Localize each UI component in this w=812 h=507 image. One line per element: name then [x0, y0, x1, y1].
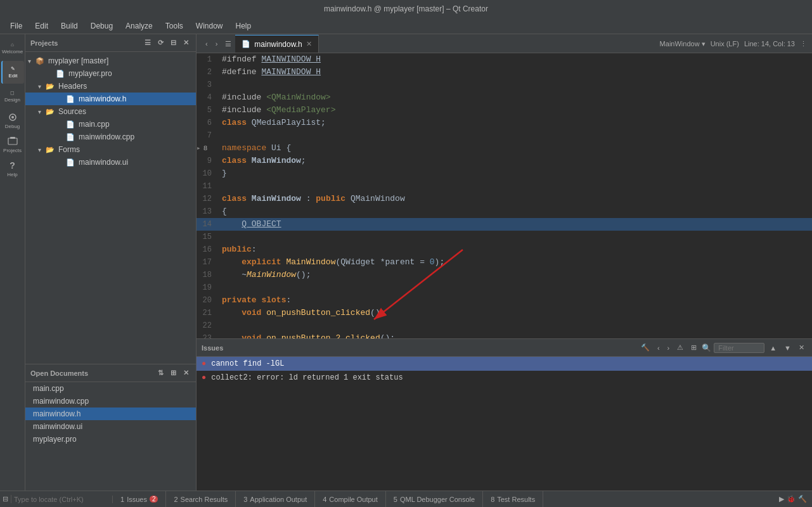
sidebar-projects[interactable]: Projects — [1, 133, 24, 156]
tree-mainwindow-h[interactable]: 📄 mainwindow.h — [25, 93, 196, 105]
tree-mainwindow-ui[interactable]: 📄 mainwindow.ui — [25, 156, 196, 169]
line-num-5: 5 — [197, 104, 219, 117]
menu-debug[interactable]: Debug — [86, 20, 118, 32]
status-icon: ⊟ — [3, 495, 8, 503]
tab-app-output[interactable]: 3 Application Output — [236, 491, 315, 508]
editor-tab-mainwindow-h[interactable]: 📄 mainwindow.h ✕ — [235, 35, 318, 53]
locate-bar — [11, 496, 113, 503]
menu-edit[interactable]: Edit — [30, 20, 53, 32]
tab-bar: ‹ › ☰ 📄 mainwindow.h ✕ MainWindow ▾ Unix… — [197, 34, 812, 53]
bottom-panel: Issues 🔨 ‹ › ⚠ ⊞ 🔍 ▲ ▼ ✕ ● ca — [197, 338, 812, 491]
tab-nav-forward[interactable]: › — [212, 35, 222, 53]
projects-header: Projects ☰ ⟳ ⊟ ✕ — [25, 34, 196, 52]
tab-search-num: 2 — [174, 496, 177, 503]
tree-arrow: ▾ — [28, 58, 35, 65]
tab-nav-back[interactable]: ‹ — [202, 35, 212, 53]
pro-file-name: myplayer.pro — [68, 69, 112, 78]
line-content-16: public: — [219, 243, 257, 256]
open-docs-title: Open Documents — [30, 369, 88, 377]
class-dropdown-icon: ▾ — [702, 40, 706, 48]
sidebar-edit[interactable]: ✎ Edit — [1, 61, 24, 84]
tab-compile-output[interactable]: 4 Compile Output — [315, 491, 386, 508]
sidebar-welcome[interactable]: ⌂ Welcome — [1, 37, 24, 60]
doc-mainwindow-ui[interactable]: mainwindow.ui — [25, 420, 196, 433]
doc-mainwindow-h[interactable]: mainwindow.h — [25, 408, 196, 420]
doc-main-cpp[interactable]: main.cpp — [25, 382, 196, 395]
code-line-20: 20 private slots: — [197, 294, 812, 307]
build-btn[interactable]: 🔨 — [798, 495, 807, 503]
class-selector[interactable]: MainWindow ▾ — [660, 40, 706, 48]
issues-filter-input[interactable] — [714, 343, 764, 353]
tab-test-label: Test Results — [497, 496, 535, 503]
forms-folder-icon: 📂 — [46, 146, 56, 154]
tab-search-results[interactable]: 2 Search Results — [166, 491, 236, 508]
tree-headers-folder[interactable]: ▾ 📂 Headers — [25, 80, 196, 93]
menu-tools[interactable]: Tools — [160, 20, 188, 32]
locate-input[interactable] — [14, 496, 109, 503]
sidebar-help[interactable]: ? Help — [1, 157, 24, 180]
doc-mainwindow-cpp[interactable]: mainwindow.cpp — [25, 395, 196, 408]
menu-window[interactable]: Window — [191, 20, 228, 32]
issues-collapse-btn[interactable]: ▲ — [767, 343, 779, 352]
design-label: Design — [4, 97, 20, 103]
main-layout: ⌂ Welcome ✎ Edit ◻ Design Debug Projects… — [0, 34, 812, 491]
issues-expand-btn[interactable]: ▼ — [782, 343, 794, 352]
tree-pro-file[interactable]: 📄 myplayer.pro — [25, 67, 196, 80]
issues-close-btn[interactable]: ✕ — [796, 343, 807, 352]
issues-next-btn[interactable]: › — [665, 343, 673, 352]
tab-qml-label: QML Debugger Console — [400, 496, 475, 503]
sidebar-design[interactable]: ◻ Design — [1, 85, 24, 108]
filter-icon[interactable]: ☰ — [143, 38, 153, 48]
issue-row-2[interactable]: ● collect2: error: ld returned 1 exit st… — [197, 371, 812, 385]
run-btn[interactable]: ▶ — [779, 495, 784, 503]
sort-icon[interactable]: ⇅ — [155, 368, 165, 378]
line-num-3: 3 — [197, 79, 219, 91]
code-line-21: 21 void on_pushButton_clicked(); — [197, 307, 812, 319]
line-num-10: 10 — [197, 167, 219, 180]
svg-rect-3 — [10, 137, 15, 139]
doc-mainwindow-h-label: mainwindow.h — [33, 409, 81, 418]
sidebar-debug[interactable]: Debug — [1, 109, 24, 132]
status-bar-right: ▶ 🐞 🔨 — [779, 495, 812, 503]
debug-run-btn[interactable]: 🐞 — [787, 495, 796, 503]
editor-content[interactable]: 1 #ifndef MAINWINDOW_H 2 #define MAINWIN… — [197, 53, 812, 338]
projects-panel: Projects ☰ ⟳ ⊟ ✕ ▾ 📦 myplayer [master] 📄… — [25, 34, 197, 491]
title-text: mainwindow.h @ myplayer [master] – Qt Cr… — [324, 4, 488, 13]
class-name: MainWindow — [660, 40, 700, 48]
expand-icon[interactable]: ⊞ — [168, 368, 178, 378]
issues-build-btn[interactable]: 🔨 — [638, 343, 652, 352]
close-panel-icon[interactable]: ✕ — [181, 38, 191, 48]
tree-mainwindow-cpp[interactable]: 📄 mainwindow.cpp — [25, 131, 196, 143]
tab-qml-debugger[interactable]: 5 QML Debugger Console — [386, 491, 483, 508]
doc-myplayer-pro[interactable]: myplayer.pro — [25, 433, 196, 446]
tab-nav-menu[interactable]: ☰ — [221, 35, 235, 53]
menu-file[interactable]: File — [5, 20, 27, 32]
close-docs-icon[interactable]: ✕ — [181, 368, 191, 378]
line-content-8: namespace Ui { — [219, 142, 291, 155]
cpp-icon: 📄 — [66, 120, 76, 129]
sync-icon[interactable]: ⟳ — [155, 38, 165, 48]
tab-issues[interactable]: 1 Issues 2 — [113, 491, 166, 508]
mainwindow-ui-name: mainwindow.ui — [79, 158, 128, 167]
tree-forms-folder[interactable]: ▾ 📂 Forms — [25, 143, 196, 156]
code-line-10: 10 } — [197, 167, 812, 180]
menu-analyze[interactable]: Analyze — [120, 20, 158, 32]
doc-mainwindow-cpp-label: mainwindow.cpp — [33, 397, 89, 406]
menu-help[interactable]: Help — [231, 20, 257, 32]
issues-warning-btn[interactable]: ⚠ — [674, 343, 686, 352]
resize-handle[interactable]: ⋮ — [800, 40, 807, 48]
issue-row-1[interactable]: ● cannot find -lGL — [197, 357, 812, 371]
issues-list: ● cannot find -lGL ● collect2: error: ld… — [197, 357, 812, 491]
issues-prev-btn[interactable]: ‹ — [655, 343, 662, 352]
tab-test-results[interactable]: 8 Test Results — [483, 491, 543, 508]
collapse-icon[interactable]: ⊟ — [168, 38, 178, 48]
tab-search-label: Search Results — [181, 496, 228, 503]
projects-icon — [8, 136, 18, 146]
tree-sources-folder[interactable]: ▾ 📂 Sources — [25, 105, 196, 118]
tab-issues-label: Issues — [127, 496, 147, 503]
tab-close-btn[interactable]: ✕ — [306, 40, 312, 48]
tree-project-root[interactable]: ▾ 📦 myplayer [master] — [25, 55, 196, 67]
tree-main-cpp[interactable]: 📄 main.cpp — [25, 118, 196, 131]
menu-build[interactable]: Build — [56, 20, 83, 32]
issues-filter-toggle[interactable]: ⊞ — [688, 343, 699, 352]
